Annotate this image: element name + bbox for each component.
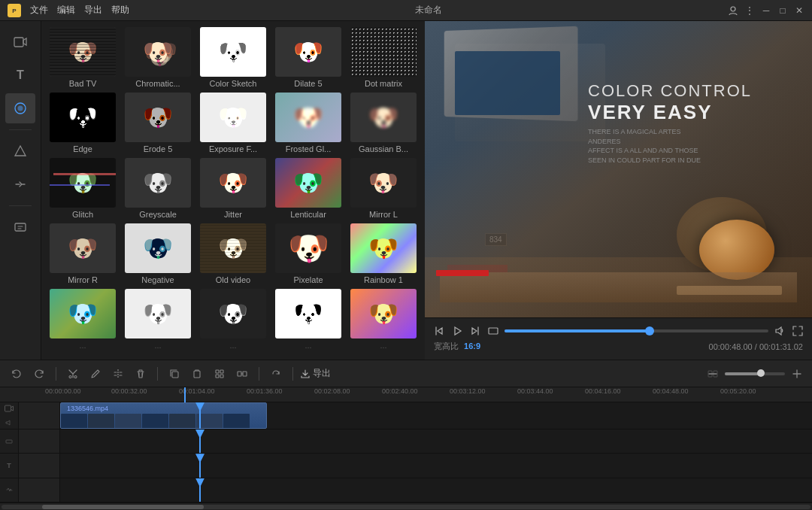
more-icon[interactable]: ⋮: [744, 5, 755, 16]
svg-text:P: P: [12, 8, 17, 14]
skip-back-icon[interactable]: [434, 326, 444, 336]
effect-lenticular[interactable]: 🐶 Lenticular: [273, 158, 344, 219]
menu-export[interactable]: 导出: [84, 4, 102, 17]
effect-frosted[interactable]: 🐶 Frosted Gl...: [273, 93, 344, 153]
track-text-icon[interactable]: T: [3, 460, 15, 472]
track-label-audio1: [19, 430, 60, 453]
playhead-audio1: [199, 430, 201, 453]
skip-forward-icon[interactable]: [470, 326, 480, 336]
zoom-thumb[interactable]: [757, 369, 765, 377]
video-clip[interactable]: 1336546.mp4: [60, 402, 267, 429]
svg-point-8: [69, 375, 71, 378]
redo-tool[interactable]: [30, 365, 48, 383]
effect-dot-matrix[interactable]: Dot matrix: [348, 27, 419, 88]
effect-row5b[interactable]: 🐶 ...: [123, 289, 193, 350]
effect-row5d[interactable]: 🐶 ...: [273, 289, 344, 350]
track-video-icon[interactable]: [3, 402, 15, 414]
pen-tool[interactable]: [86, 365, 105, 383]
effect-negative[interactable]: 🐶 Negative: [123, 223, 193, 284]
clip-filename: 1336546.mp4: [64, 405, 111, 412]
track-content-video: 1336546.mp4: [60, 402, 812, 429]
close-icon[interactable]: ✕: [794, 5, 804, 16]
user-icon[interactable]: [728, 5, 738, 16]
volume-icon[interactable]: [774, 326, 785, 336]
effect-old-video[interactable]: 🐶 Old video: [198, 223, 268, 284]
svg-rect-16: [238, 372, 241, 376]
effect-mirror-r[interactable]: 🐶 Mirror R: [47, 223, 118, 284]
arrange-tool[interactable]: [211, 365, 229, 383]
track-mute-icon[interactable]: [3, 417, 15, 430]
window-controls: ⋮ ─ □ ✕: [728, 5, 804, 16]
effect-row5c[interactable]: 🐶 ...: [198, 289, 268, 350]
menu-edit[interactable]: 编辑: [57, 4, 75, 17]
sidebar-item-video[interactable]: [5, 27, 35, 57]
zoom-out-btn[interactable]: [705, 366, 720, 381]
effect-erode[interactable]: 🐶 Erode 5: [123, 93, 193, 153]
effect-row5a[interactable]: 🐶 ...: [47, 289, 118, 350]
effect-rainbow-label: Rainbow 1: [364, 275, 403, 284]
copy-tool[interactable]: [165, 365, 183, 383]
sidebar-item-transition[interactable]: [5, 169, 35, 199]
effect-lenticular-label: Lenticular: [290, 210, 326, 219]
zoom-in-btn[interactable]: [789, 366, 804, 381]
track-audio1-icon[interactable]: [3, 436, 15, 448]
rotate-tool[interactable]: [267, 365, 285, 383]
scroll-thumb[interactable]: [42, 505, 204, 509]
track-content-audio2: [60, 478, 812, 502]
menu-help[interactable]: 帮助: [111, 4, 129, 17]
svg-rect-12: [216, 370, 219, 373]
playhead-audio2: [199, 478, 201, 502]
track-audio2-icon[interactable]: [3, 484, 15, 496]
delete-tool[interactable]: [132, 365, 150, 383]
effect-row5e[interactable]: 🐶 ...: [348, 289, 419, 350]
effect-glitch[interactable]: 🐶 Glitch: [47, 158, 118, 219]
effect-row5c-label: ...: [229, 341, 236, 350]
effect-greyscale[interactable]: 🐶 Greyscale: [123, 158, 193, 219]
sidebar-item-music[interactable]: [5, 212, 35, 242]
cut-tool[interactable]: [64, 365, 82, 383]
effect-mirror-l[interactable]: 🐶 Mirror L: [348, 158, 419, 219]
effect-row5d-label: ...: [304, 341, 311, 350]
effect-jitter[interactable]: 🐶 Jitter: [198, 158, 268, 219]
effect-pixelate[interactable]: 🐶 Pixelate: [273, 223, 344, 284]
effect-edge[interactable]: 🐶 Edge: [47, 93, 118, 153]
svg-rect-21: [6, 440, 12, 443]
effect-rainbow[interactable]: 🐶 Rainbow 1: [348, 223, 419, 284]
menu-file[interactable]: 文件: [30, 4, 48, 17]
maximize-icon[interactable]: □: [777, 5, 788, 16]
track-content-audio1: [60, 430, 812, 453]
track-row-text: T: [0, 454, 812, 478]
export-button[interactable]: 导出: [301, 367, 331, 380]
toolbar-divider-4: [292, 367, 293, 381]
effect-gaussian[interactable]: 🐶 Gaussian B...: [348, 93, 419, 153]
scroll-track[interactable]: [2, 505, 810, 509]
loop-icon[interactable]: [488, 326, 498, 336]
undo-tool[interactable]: [8, 365, 26, 383]
zoom-track[interactable]: [725, 372, 785, 375]
effects-panel: 🐶 Bad TV 🐶 🐶 🐶 Chromatic... 🐶: [41, 21, 425, 360]
ruler-mark-0: 00:00:00.00: [45, 387, 81, 395]
effect-bad-tv[interactable]: 🐶 Bad TV: [47, 27, 118, 88]
effect-color-sketch[interactable]: 🐶 Color Sketch: [198, 27, 268, 88]
sidebar-item-shape[interactable]: [5, 136, 35, 166]
preview-line1: COLOR CONTROL: [588, 81, 752, 101]
track-row-video: 1336546.mp4: [0, 402, 812, 430]
progress-track[interactable]: [504, 329, 768, 332]
effect-dilate[interactable]: 🐶 Dilate 5: [273, 27, 344, 88]
play-icon[interactable]: [452, 326, 462, 336]
split-tool[interactable]: [109, 365, 127, 383]
effect-exposure[interactable]: 🐶 Exposure F...: [198, 93, 268, 153]
effect-chromatic[interactable]: 🐶 🐶 🐶 Chromatic...: [123, 27, 193, 88]
effect-exposure-label: Exposure F...: [209, 144, 257, 153]
time-current: 00:00:48.00: [709, 342, 753, 351]
sidebar-item-text[interactable]: T: [5, 60, 35, 90]
fullscreen-icon[interactable]: [792, 326, 803, 336]
paste-tool[interactable]: [188, 365, 206, 383]
progress-thumb[interactable]: [645, 326, 654, 335]
track-icons-audio1: [0, 430, 19, 453]
sidebar-item-filter[interactable]: [5, 93, 35, 123]
svg-rect-6: [15, 223, 26, 231]
time-total: 00:01:31.02: [759, 342, 803, 351]
group-tool[interactable]: [233, 365, 251, 383]
minimize-icon[interactable]: ─: [761, 5, 771, 16]
